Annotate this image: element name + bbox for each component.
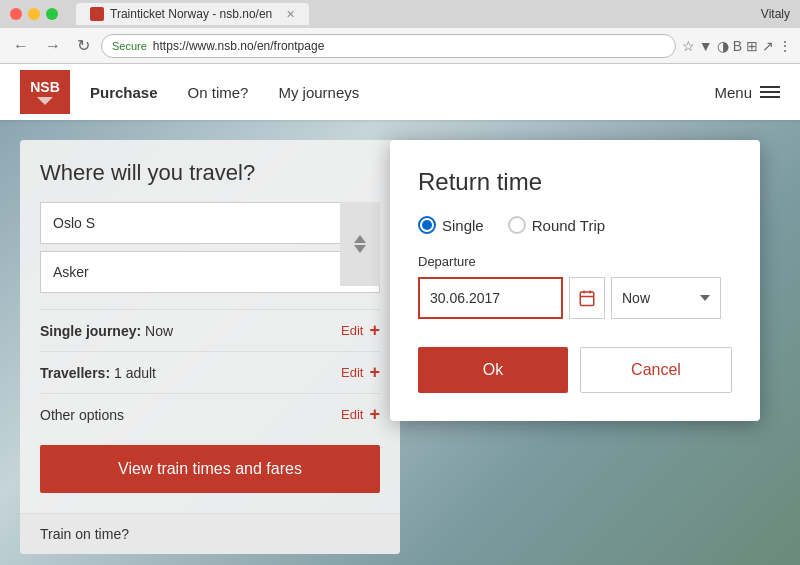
traffic-light-close[interactable] [10,8,22,20]
journey-value: Now [145,323,173,339]
roundtrip-radio-input[interactable] [508,216,526,234]
travellers-plus-icon[interactable]: + [369,362,380,383]
single-radio-label: Single [442,217,484,234]
arrow-down-icon[interactable] [354,245,366,253]
travellers-edit-link[interactable]: Edit [341,365,363,380]
more-icon[interactable]: ⋮ [778,38,792,54]
swap-arrows[interactable] [340,202,380,286]
single-radio-input[interactable] [418,216,436,234]
single-radio-dot [422,220,432,230]
modal-title: Return time [418,168,732,196]
extension-icon4[interactable]: ⊞ [746,38,758,54]
search-title: Where will you travel? [40,160,380,186]
calendar-icon [578,289,596,307]
main-content: Where will you travel? [0,120,800,565]
travellers-value: 1 adult [114,365,156,381]
search-panel-content: Where will you travel? [20,140,400,513]
nav-ontime[interactable]: On time? [188,84,249,101]
cancel-button[interactable]: Cancel [580,347,732,393]
to-input-group [40,252,380,293]
journey-edit-link[interactable]: Edit [341,323,363,338]
departure-inputs: Now 06:00 12:00 [418,277,732,319]
svg-rect-0 [580,292,594,306]
ham-line-3 [760,96,780,98]
browser-chrome: Trainticket Norway - nsb.no/en ✕ Vitaly … [0,0,800,64]
modal-actions: Ok Cancel [418,347,732,393]
menu-button[interactable]: Menu [714,84,780,101]
address-url: https://www.nsb.no/en/frontpage [153,39,665,53]
travellers-option-label: Travellers: 1 adult [40,365,341,381]
extension-icon3[interactable]: B [733,38,742,54]
departure-section: Departure Now 06:00 [418,254,732,319]
traffic-light-maximize[interactable] [46,8,58,20]
nsb-logo-arrow [37,97,53,105]
address-bar[interactable]: Secure https://www.nsb.no/en/frontpage [101,34,676,58]
browser-tab[interactable]: Trainticket Norway - nsb.no/en ✕ [76,3,309,25]
extension-icon2[interactable]: ◑ [717,38,729,54]
travellers-label-strong: Travellers: [40,365,110,381]
arrow-up-icon[interactable] [354,235,366,243]
journey-label-strong: Single journey: [40,323,141,339]
travel-inputs [40,202,380,293]
other-options-label: Other options [40,407,341,423]
trip-type-radio-group: Single Round Trip [418,216,732,234]
other-options-plus-icon[interactable]: + [369,404,380,425]
menu-label: Menu [714,84,752,101]
from-input[interactable] [40,202,380,244]
hamburger-icon [760,86,780,98]
departure-label: Departure [418,254,732,269]
time-select-wrapper: Now 06:00 12:00 [611,277,721,319]
view-trains-button[interactable]: View train times and fares [40,445,380,493]
calendar-button[interactable] [569,277,605,319]
secure-badge: Secure [112,40,147,52]
extension-icon1[interactable]: ▼ [699,38,713,54]
date-input[interactable] [418,277,563,319]
ham-line-1 [760,86,780,88]
tab-title: Trainticket Norway - nsb.no/en [110,7,272,21]
traffic-light-minimize[interactable] [28,8,40,20]
toolbar-icons: ☆ ▼ ◑ B ⊞ ↗ ⋮ [682,38,792,54]
ham-line-2 [760,91,780,93]
forward-button[interactable]: → [40,35,66,57]
travellers-option-row: Travellers: 1 adult Edit + [40,351,380,393]
journey-plus-icon[interactable]: + [369,320,380,341]
back-button[interactable]: ← [8,35,34,57]
browser-user-label: Vitaly [761,7,790,21]
nav-links: Purchase On time? My journeys [90,84,359,101]
nav-myjourneys[interactable]: My journeys [278,84,359,101]
tab-favicon [90,7,104,21]
single-radio-option[interactable]: Single [418,216,484,234]
nsb-nav: NSB Purchase On time? My journeys Menu [0,64,800,120]
extension-icon5[interactable]: ↗ [762,38,774,54]
footer-label: Train on time? [40,526,129,542]
roundtrip-radio-option[interactable]: Round Trip [508,216,605,234]
to-input[interactable] [40,251,380,293]
search-panel: Where will you travel? [20,140,400,554]
other-options-row: Other options Edit + [40,393,380,435]
browser-toolbar: ← → ↻ Secure https://www.nsb.no/en/front… [0,28,800,64]
reload-button[interactable]: ↻ [72,34,95,57]
from-input-group [40,202,380,244]
time-select[interactable]: Now 06:00 12:00 [611,277,721,319]
search-panel-footer: Train on time? [20,513,400,554]
journey-option-row: Single journey: Now Edit + [40,309,380,351]
nsb-logo: NSB [20,70,70,114]
nsb-logo-text: NSB [30,79,60,95]
tab-close-icon[interactable]: ✕ [286,8,295,21]
nav-purchase[interactable]: Purchase [90,84,158,101]
search-options: Single journey: Now Edit + Travellers: 1… [40,309,380,435]
browser-titlebar: Trainticket Norway - nsb.no/en ✕ Vitaly [0,0,800,28]
other-options-edit-link[interactable]: Edit [341,407,363,422]
website: NSB Purchase On time? My journeys Menu W… [0,64,800,565]
return-time-modal: Return time Single Round Trip Departure [390,140,760,421]
roundtrip-radio-label: Round Trip [532,217,605,234]
journey-option-label: Single journey: Now [40,323,341,339]
ok-button[interactable]: Ok [418,347,568,393]
bookmark-icon[interactable]: ☆ [682,38,695,54]
